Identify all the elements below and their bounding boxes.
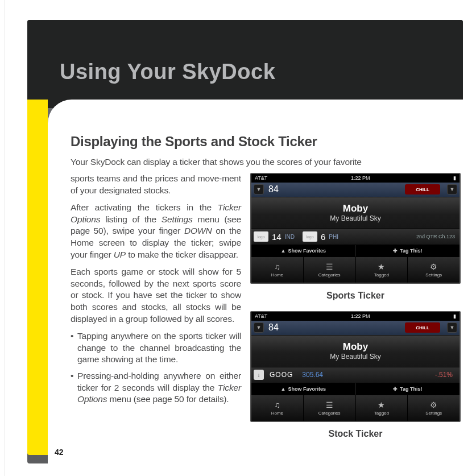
status-bar: AT&T 1:22 PM ▮ bbox=[251, 174, 460, 183]
tag-this-button[interactable]: ✚Tag This! bbox=[356, 245, 460, 257]
tab-bar: ♫Home ☰Categories ★Tagged ⚙Settings bbox=[251, 395, 460, 421]
label: Tagged bbox=[374, 272, 389, 278]
station-logo: CHILL bbox=[405, 184, 440, 194]
lead-line: Your SkyDock can display a ticker that s… bbox=[71, 156, 447, 168]
section-heading: Displaying the Sports and Stock Ticker bbox=[71, 134, 447, 150]
down-arrow-icon: ↓ bbox=[254, 370, 264, 380]
channel-bar: ▼ 84 CHILL ▼ bbox=[251, 321, 460, 336]
chevron-up-icon: ▲ bbox=[281, 386, 286, 392]
gear-icon: ⚙ bbox=[430, 262, 437, 271]
team2-abbr: PHI bbox=[329, 234, 338, 240]
page-number: 42 bbox=[55, 448, 64, 457]
team1-logo: logo bbox=[254, 231, 268, 242]
label: Tag This! bbox=[400, 386, 422, 392]
stock-change: -.51% bbox=[435, 371, 453, 379]
tab-settings[interactable]: ⚙Settings bbox=[408, 395, 460, 421]
txt: After activating the tickers in the bbox=[71, 202, 218, 212]
txt: listing of the bbox=[100, 214, 161, 224]
home-icon: ♫ bbox=[274, 400, 280, 409]
categories-icon: ☰ bbox=[326, 262, 333, 271]
txt: to make the ticker disappear. bbox=[126, 250, 238, 259]
carrier-label: AT&T bbox=[255, 175, 267, 181]
show-favorites-button[interactable]: ▲Show Favorites bbox=[251, 383, 356, 395]
bullet-dot: • bbox=[71, 330, 77, 366]
track-artist: Moby bbox=[343, 203, 368, 214]
team1-score: 14 bbox=[272, 232, 282, 242]
para2: After activating the tickers in the Tick… bbox=[71, 202, 241, 260]
channel-number: 84 bbox=[268, 184, 279, 194]
tagged-icon: ★ bbox=[378, 262, 385, 271]
battery-icon: ▮ bbox=[453, 175, 456, 181]
label: Home bbox=[271, 272, 283, 278]
bullet-2: • Pressing-and-holding anywhere on eithe… bbox=[71, 370, 241, 405]
carrier-label: AT&T bbox=[255, 313, 267, 319]
channel-up-button[interactable]: ▼ bbox=[447, 184, 457, 194]
label: Categories bbox=[318, 272, 341, 278]
action-row: ▲Show Favorites ✚Tag This! bbox=[251, 383, 460, 396]
page-edge-markers bbox=[0, 0, 5, 476]
txt: Pressing-and-holding anywhere on either … bbox=[77, 371, 241, 392]
tab-home[interactable]: ♫Home bbox=[251, 257, 304, 283]
tab-categories[interactable]: ☰Categories bbox=[304, 257, 356, 283]
track-title: My Beautiful Sky bbox=[330, 353, 380, 361]
chevron-up-icon: ▲ bbox=[281, 248, 286, 254]
tab-tagged[interactable]: ★Tagged bbox=[356, 395, 408, 421]
figures-column: AT&T 1:22 PM ▮ ▼ 84 CHILL ▼ Moby My Beau… bbox=[250, 173, 461, 445]
channel-number: 84 bbox=[268, 322, 279, 333]
action-row: ▲Show Favorites ✚Tag This! bbox=[251, 245, 460, 258]
tab-tagged[interactable]: ★Tagged bbox=[356, 257, 408, 283]
home-icon: ♫ bbox=[274, 262, 280, 271]
track-artist: Moby bbox=[343, 341, 368, 353]
stock-figure-caption: Stock Ticker bbox=[250, 429, 461, 439]
stock-symbol: GOOG bbox=[270, 371, 293, 379]
now-playing-panel: Moby My Beautiful Sky bbox=[251, 336, 460, 367]
track-title: My Beautiful Sky bbox=[330, 214, 380, 222]
label: Tagged bbox=[374, 411, 389, 416]
tag-icon: ✚ bbox=[393, 386, 398, 392]
tag-icon: ✚ bbox=[393, 248, 398, 254]
team1-abbr: IND bbox=[285, 234, 295, 240]
gear-icon: ⚙ bbox=[430, 400, 437, 409]
team2-score: 6 bbox=[321, 232, 325, 242]
label: Home bbox=[271, 411, 283, 416]
up-ref: UP bbox=[114, 250, 126, 259]
show-favorites-button[interactable]: ▲Show Favorites bbox=[251, 245, 356, 257]
sports-ticker-row[interactable]: logo 14 IND logo 6 PHI 2nd QTR Ch.123 bbox=[251, 229, 460, 245]
stock-price: 305.64 bbox=[302, 371, 323, 379]
channel-down-button[interactable]: ▼ bbox=[254, 322, 264, 333]
tab-settings[interactable]: ⚙Settings bbox=[408, 257, 460, 283]
bullet-dot: • bbox=[71, 370, 77, 405]
label: Settings bbox=[425, 411, 442, 416]
clock-label: 1:22 PM bbox=[351, 175, 370, 181]
channel-down-button[interactable]: ▼ bbox=[254, 184, 264, 194]
down-ref: DOWN bbox=[184, 226, 212, 235]
sports-figure-caption: Sports Ticker bbox=[250, 291, 461, 301]
tagged-icon: ★ bbox=[378, 400, 385, 409]
tab-bar: ♫Home ☰Categories ★Tagged ⚙Settings bbox=[251, 256, 460, 283]
content-card: Displaying the Sports and Stock Ticker Y… bbox=[48, 100, 463, 463]
station-logo: CHILL bbox=[405, 322, 440, 333]
channel-up-button[interactable]: ▼ bbox=[447, 322, 457, 333]
tab-categories[interactable]: ☰Categories bbox=[304, 395, 356, 421]
settings-ref: Settings bbox=[162, 214, 193, 224]
stock-ticker-row[interactable]: ↓ GOOG 305.64 -.51% bbox=[251, 367, 460, 383]
body-text-column: sports teams and the prices and move-men… bbox=[71, 173, 241, 445]
clock-label: 1:22 PM bbox=[351, 313, 370, 319]
tag-this-button[interactable]: ✚Tag This! bbox=[356, 383, 460, 395]
txt: menu (see page 50 for details). bbox=[107, 394, 229, 404]
channel-bar: ▼ 84 CHILL ▼ bbox=[251, 183, 460, 197]
label: Tag This! bbox=[400, 248, 422, 254]
bullet-1-text: Tapping anywhere on the sports ticker wi… bbox=[77, 330, 241, 366]
page-title: Using Your SkyDock bbox=[60, 60, 275, 84]
label: Show Favorites bbox=[288, 248, 326, 254]
tab-home[interactable]: ♫Home bbox=[251, 395, 304, 421]
status-bar: AT&T 1:22 PM ▮ bbox=[251, 312, 460, 321]
label: Show Favorites bbox=[288, 386, 326, 392]
para1-rest: sports teams and the prices and move-men… bbox=[71, 173, 241, 196]
label: Settings bbox=[425, 272, 442, 278]
battery-icon: ▮ bbox=[453, 313, 456, 319]
bullet-1: • Tapping anywhere on the sports ticker … bbox=[71, 330, 241, 366]
stock-ticker-screenshot: AT&T 1:22 PM ▮ ▼ 84 CHILL ▼ Moby My Beau… bbox=[250, 311, 461, 422]
manual-page: Using Your SkyDock Displaying the Sports… bbox=[27, 20, 463, 463]
label: Categories bbox=[318, 411, 341, 416]
